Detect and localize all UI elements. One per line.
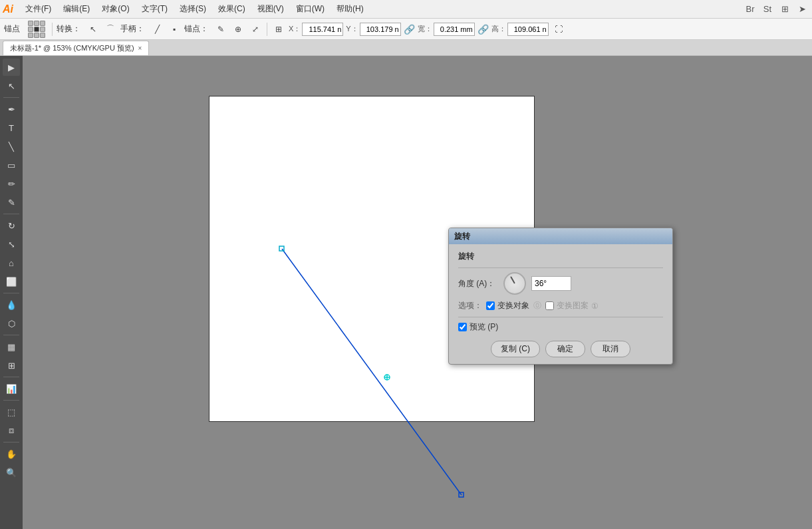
tool-warp[interactable]: ⌂	[3, 254, 20, 271]
preview-checkbox[interactable]	[458, 323, 467, 331]
anchor-dot-8[interactable]	[34, 33, 39, 38]
preview-label: 预览 (P)	[470, 321, 498, 333]
grid-icon[interactable]: ⊞	[777, 2, 792, 17]
send-icon[interactable]: ➤	[795, 2, 809, 17]
tool-pen[interactable]: ✒	[3, 100, 20, 118]
tool-blend[interactable]: ⬡	[3, 315, 20, 332]
anchor-dot-7[interactable]	[28, 33, 33, 38]
tool-direct-select[interactable]: ↖	[3, 77, 20, 94]
angle-label: 角度 (A)：	[458, 278, 498, 289]
h-input[interactable]	[507, 23, 549, 36]
dialog-buttons: 复制 (C) 确定 取消	[458, 341, 663, 357]
x-input-group: X：	[289, 23, 343, 36]
anchor-plus-icon[interactable]: ⊕	[231, 22, 245, 37]
tool-rotate[interactable]: ↻	[3, 217, 20, 234]
rotate-dialog-body: 旋转 角度 (A)： 选项： 变换对象 ⓪	[449, 244, 672, 364]
anchor-dot-5[interactable]	[34, 27, 39, 32]
handle-icon2[interactable]: ▪	[167, 22, 182, 37]
anchor-bottom	[459, 492, 464, 497]
tool-eyedropper[interactable]: 💧	[3, 296, 20, 313]
anchor-indicator[interactable]	[28, 21, 45, 38]
stock-icon[interactable]: St	[760, 2, 775, 17]
handle-label: 手柄：	[120, 23, 144, 35]
transform-curve-icon[interactable]: ⌒	[103, 22, 118, 37]
tool-hand[interactable]: ✋	[3, 445, 20, 462]
menu-right-icons: Br St ⊞ ➤	[743, 2, 809, 17]
transform-arrow-icon[interactable]: ↖	[86, 22, 100, 37]
transform-pattern-checkbox[interactable]	[545, 301, 554, 310]
menu-view[interactable]: 视图(V)	[252, 2, 289, 16]
anchor-dot-9[interactable]	[40, 33, 45, 38]
anchor-dot-3[interactable]	[40, 21, 45, 26]
menu-effect[interactable]: 效果(C)	[213, 2, 251, 16]
transform-pattern-group: 变换图案 ①	[545, 300, 599, 311]
tool-graph[interactable]: 📊	[3, 380, 20, 397]
canvas-area[interactable]: 旋转 旋转 角度 (A)： 选项： 变换	[23, 56, 812, 529]
handle-icon1[interactable]: ╱	[150, 22, 164, 37]
rotate-section-title: 旋转	[458, 251, 663, 262]
tool-rect[interactable]: ▭	[3, 156, 20, 174]
tool-pencil[interactable]: ✎	[3, 194, 20, 211]
tool-line[interactable]: ╲	[3, 138, 20, 155]
w-input[interactable]	[434, 23, 475, 36]
h-label: 高：	[491, 24, 506, 34]
link-icon[interactable]: 🔗	[404, 24, 415, 35]
copy-button[interactable]: 复制 (C)	[491, 341, 540, 357]
menu-edit[interactable]: 编辑(E)	[58, 2, 95, 16]
tool-artboard[interactable]: ⬚	[3, 403, 20, 421]
tab-close-button[interactable]: ×	[138, 45, 142, 52]
x-input[interactable]	[302, 23, 343, 36]
sep1	[52, 23, 53, 36]
menu-file[interactable]: 文件(F)	[20, 2, 57, 16]
anchor-pencil-icon[interactable]: ✎	[213, 22, 228, 37]
h-input-group: 高：	[491, 23, 549, 36]
anchor-label: 锚点	[4, 23, 20, 35]
anchor2-label: 锚点：	[184, 23, 208, 35]
constrain-icon[interactable]: ⛶	[551, 22, 566, 37]
tab-main[interactable]: 未标题-1* @ 153% (CMYK/GPU 预览) ×	[3, 41, 149, 55]
angle-dial-needle	[510, 276, 515, 283]
ok-button[interactable]: 确定	[545, 341, 585, 357]
rotate-dialog-title: 旋转	[454, 231, 470, 242]
w-input-group: 宽：	[418, 23, 475, 36]
y-input-group: Y：	[346, 23, 400, 36]
menu-help[interactable]: 帮助(H)	[331, 2, 369, 16]
transform-objects-checkbox[interactable]	[486, 301, 495, 310]
y-input[interactable]	[360, 23, 401, 36]
tool-type[interactable]: T	[3, 119, 20, 136]
anchor-dot-4[interactable]	[28, 27, 33, 32]
tool-scale[interactable]: ⤡	[3, 236, 20, 253]
tool-sep6	[3, 400, 19, 401]
transform-pattern-hint: ①	[591, 301, 599, 311]
tool-select[interactable]: ▶	[3, 59, 20, 76]
dialog-divider2	[458, 317, 663, 317]
grid-options-icon[interactable]: ⊞	[271, 22, 286, 37]
menu-window[interactable]: 窗口(W)	[291, 2, 330, 16]
anchor-smooth-icon[interactable]: ⤢	[248, 22, 263, 37]
tool-slice[interactable]: ⧈	[3, 422, 20, 439]
transform-pattern-label: 变换图案	[557, 300, 589, 311]
menu-select[interactable]: 选择(S)	[174, 2, 211, 16]
tool-transform[interactable]: ⬜	[3, 273, 20, 290]
toolbar: 锚点 转换： ↖ ⌒ 手柄： ╱ ▪ 锚点： ✎ ⊕ ⤢ ⊞ X： Y： 🔗 宽…	[0, 19, 812, 40]
anchor-dot-6[interactable]	[40, 27, 45, 32]
angle-input[interactable]	[531, 276, 571, 291]
menu-bar: Ai 文件(F) 编辑(E) 对象(O) 文字(T) 选择(S) 效果(C) 视…	[0, 0, 812, 19]
bridge-icon[interactable]: Br	[743, 2, 757, 17]
angle-dial[interactable]	[503, 272, 526, 295]
angle-row: 角度 (A)：	[458, 272, 663, 295]
anchor-dot-2[interactable]	[34, 21, 39, 26]
options-row: 选项： 变换对象 ⓪ 变换图案 ①	[458, 300, 663, 311]
link2-icon[interactable]: 🔗	[477, 24, 489, 35]
anchor-dot-1[interactable]	[28, 21, 33, 26]
cancel-button[interactable]: 取消	[591, 341, 630, 357]
tool-gradient[interactable]: ▦	[3, 338, 20, 355]
tab-title: 未标题-1* @ 153% (CMYK/GPU 预览)	[10, 43, 134, 53]
tool-mesh[interactable]: ⊞	[3, 357, 20, 374]
tool-zoom[interactable]: 🔍	[3, 464, 20, 481]
transform-objects-label: 变换对象	[497, 300, 529, 311]
tool-paint[interactable]: ✏	[3, 175, 20, 192]
tool-sep7	[3, 442, 19, 442]
menu-text[interactable]: 文字(T)	[136, 2, 173, 16]
menu-object[interactable]: 对象(O)	[96, 2, 134, 16]
